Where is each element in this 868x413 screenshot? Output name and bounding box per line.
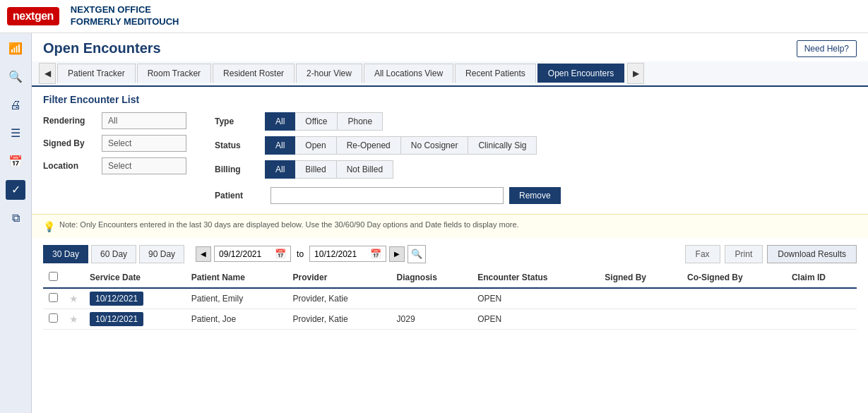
fax-button[interactable]: Fax xyxy=(685,245,720,263)
calendar-from-icon[interactable]: 📅 xyxy=(275,249,286,259)
row1-claim-cell xyxy=(786,288,857,309)
type-label: Type xyxy=(215,116,261,126)
patient-input[interactable] xyxy=(270,187,504,204)
sidebar-wifi-icon[interactable]: 📶 xyxy=(6,39,25,59)
main-content: Open Encounters Need Help? ◀ Patient Tra… xyxy=(32,33,868,413)
top-bar: nextgen NEXTGEN OFFICE FORMERLY MEDITOUC… xyxy=(0,0,868,33)
row1-provider-cell: Provider, Katie xyxy=(287,288,391,309)
date-to-input[interactable] xyxy=(314,249,367,259)
row1-star-cell: ★ xyxy=(64,288,84,309)
row2-signed-cell xyxy=(599,309,682,329)
remove-button[interactable]: Remove xyxy=(509,187,561,204)
tab-resident-roster[interactable]: Resident Roster xyxy=(213,64,295,83)
sidebar-print-icon[interactable]: 🖨 xyxy=(6,95,25,115)
calendar-to-icon[interactable]: 📅 xyxy=(370,249,381,259)
row2-checkbox-cell[interactable] xyxy=(43,309,64,329)
type-row: Type All Office Phone xyxy=(215,112,561,131)
location-row: Location xyxy=(43,157,186,174)
billing-notbilled-btn[interactable]: Not Billed xyxy=(337,160,393,179)
next-play-button[interactable]: ▶ xyxy=(389,246,405,262)
row2-star-icon[interactable]: ★ xyxy=(69,313,78,325)
tab-room-tracker[interactable]: Room Tracker xyxy=(137,64,211,83)
col-patient-name: Patient Name xyxy=(186,268,287,288)
col-cosigned-by: Co-Signed By xyxy=(682,268,786,288)
tab-recent-patients[interactable]: Recent Patients xyxy=(455,64,536,83)
sidebar-calendar-icon[interactable]: 📅 xyxy=(6,152,25,172)
action-bar: 30 Day 60 Day 90 Day ◀ 📅 to 📅 ▶ 🔍 Fax xyxy=(32,241,868,268)
logo-sub: NEXTGEN OFFICE FORMERLY MEDITOUCH xyxy=(71,4,179,28)
col-signed-by: Signed By xyxy=(599,268,682,288)
print-button[interactable]: Print xyxy=(725,245,763,263)
action-left: 30 Day 60 Day 90 Day ◀ 📅 to 📅 ▶ 🔍 xyxy=(43,245,426,263)
note-text: Note: Only Encounters entered in the las… xyxy=(59,220,519,229)
search-button[interactable]: 🔍 xyxy=(408,245,426,263)
row1-cosigned-cell xyxy=(682,288,786,309)
row2-status-cell: OPEN xyxy=(472,309,599,329)
col-service-date: Service Date xyxy=(84,268,186,288)
row2-checkbox[interactable] xyxy=(49,313,58,323)
logo-area: nextgen NEXTGEN OFFICE FORMERLY MEDITOUC… xyxy=(7,4,179,28)
rendering-label: Rendering xyxy=(43,116,96,126)
tab-patient-tracker[interactable]: Patient Tracker xyxy=(57,64,136,83)
sidebar-list-icon[interactable]: ☰ xyxy=(6,124,25,143)
tab-2hour-view[interactable]: 2-hour View xyxy=(296,64,362,83)
encounters-table: Service Date Patient Name Provider Diagn… xyxy=(43,268,857,330)
logo-box: nextgen xyxy=(7,7,59,25)
status-open-btn[interactable]: Open xyxy=(295,136,336,155)
billing-label: Billing xyxy=(215,164,261,174)
status-clinicallysig-btn[interactable]: Clinically Sig xyxy=(468,136,537,155)
signed-by-row: Signed By xyxy=(43,135,186,152)
filter-title: Filter Encounter List xyxy=(43,94,857,105)
row1-checkbox-cell[interactable] xyxy=(43,288,64,309)
download-results-button[interactable]: Download Results xyxy=(767,245,857,263)
rendering-input[interactable] xyxy=(102,112,186,129)
row1-checkbox[interactable] xyxy=(49,293,58,302)
sidebar: 📶 🔍 🖨 ☰ 📅 ✓ ⧉ xyxy=(0,33,32,413)
billing-billed-btn[interactable]: Billed xyxy=(295,160,336,179)
location-label: Location xyxy=(43,161,96,171)
nav-prev-arrow[interactable]: ◀ xyxy=(39,63,56,84)
nav-next-arrow[interactable]: ▶ xyxy=(627,63,644,84)
row1-status-cell: OPEN xyxy=(472,288,599,309)
row2-star-cell: ★ xyxy=(64,309,84,329)
status-reopened-btn[interactable]: Re-Opened xyxy=(337,136,401,155)
90day-button[interactable]: 90 Day xyxy=(139,245,184,263)
date-from-wrap: 📅 xyxy=(214,246,291,262)
type-office-btn[interactable]: Office xyxy=(295,112,338,131)
tab-all-locations[interactable]: All Locations View xyxy=(364,64,453,83)
date-from-input[interactable] xyxy=(219,249,272,259)
status-label: Status xyxy=(215,140,261,150)
status-all-btn[interactable]: All xyxy=(265,136,295,155)
filter-grid: Rendering Signed By Location Ty xyxy=(43,112,857,204)
row1-patient-cell: Patient, Emily xyxy=(186,288,287,309)
col-claim-id: Claim ID xyxy=(786,268,857,288)
table-row: ★ 10/12/2021 Patient, Joe Provider, Kati… xyxy=(43,309,857,329)
sidebar-gauge-icon[interactable]: ⧉ xyxy=(6,208,25,228)
need-help-button[interactable]: Need Help? xyxy=(797,40,857,57)
tab-open-encounters[interactable]: Open Encounters xyxy=(537,64,624,83)
row2-provider-cell: Provider, Katie xyxy=(287,309,391,329)
60day-button[interactable]: 60 Day xyxy=(91,245,136,263)
prev-play-button[interactable]: ◀ xyxy=(196,246,211,262)
signed-by-input[interactable] xyxy=(102,135,186,152)
row2-date-cell: 10/12/2021 xyxy=(84,309,186,329)
row2-claim-cell xyxy=(786,309,857,329)
billing-all-btn[interactable]: All xyxy=(265,160,295,179)
sidebar-check-icon[interactable]: ✓ xyxy=(6,180,25,200)
row2-date: 10/12/2021 xyxy=(90,312,143,326)
sidebar-search-icon[interactable]: 🔍 xyxy=(6,67,25,87)
type-phone-btn[interactable]: Phone xyxy=(338,112,383,131)
type-all-btn[interactable]: All xyxy=(265,112,295,131)
30day-button[interactable]: 30 Day xyxy=(43,245,88,263)
row1-star-icon[interactable]: ★ xyxy=(69,293,78,304)
col-diagnosis: Diagnosis xyxy=(391,268,472,288)
select-all-checkbox[interactable] xyxy=(49,272,58,281)
status-nocosigner-btn[interactable]: No Cosigner xyxy=(401,136,469,155)
logo-text: nextgen xyxy=(13,10,54,23)
location-input[interactable] xyxy=(102,157,186,174)
row1-signed-cell xyxy=(599,288,682,309)
row1-diagnosis-cell xyxy=(391,288,472,309)
filter-section: Filter Encounter List Rendering Signed B… xyxy=(32,87,868,211)
page-title: Open Encounters xyxy=(43,40,161,56)
billing-toggle-group: All Billed Not Billed xyxy=(265,160,393,179)
